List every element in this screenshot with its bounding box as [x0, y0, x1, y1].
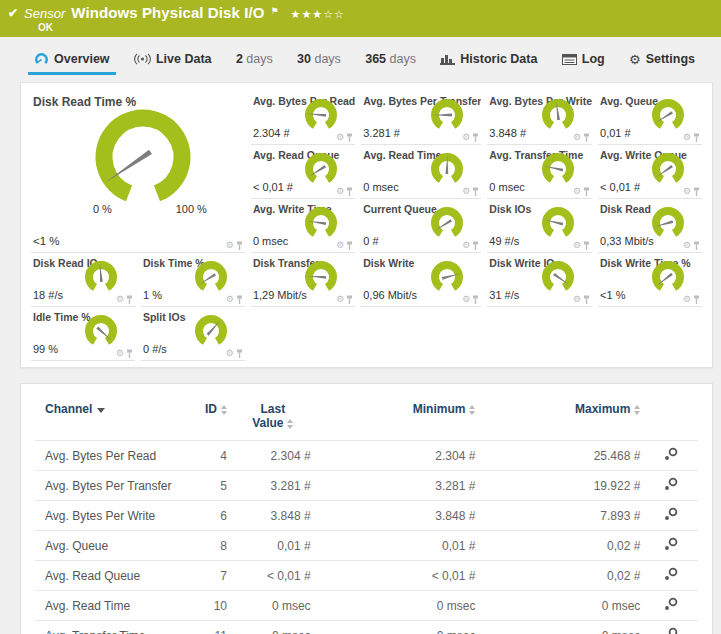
gauge-tile-disk-write-time-[interactable]: Disk Write Time %<1 %⚙: [598, 253, 702, 307]
cell-channel[interactable]: Avg. Bytes Per Read: [35, 441, 186, 471]
sensor-header: ✔ Sensor Windows Physical Disk I/O ⚑ ★★★…: [0, 0, 721, 37]
channel-settings-gear-icon[interactable]: ⚙: [573, 187, 581, 196]
tab-overview[interactable]: Overview: [28, 50, 116, 75]
gauge-tile-avg-read-time[interactable]: Avg. Read Time0 msec⚙: [361, 145, 481, 199]
cell-last-value: 3.848 #: [231, 501, 315, 531]
pin-icon[interactable]: [346, 295, 353, 304]
pin-icon[interactable]: [126, 349, 133, 358]
gauge-tile-avg-queue[interactable]: Avg. Queue0,01 #⚙: [598, 91, 702, 145]
edit-channel-settings-icon[interactable]: [664, 507, 678, 521]
channel-settings-gear-icon[interactable]: ⚙: [336, 295, 344, 304]
pin-icon[interactable]: [236, 241, 243, 250]
gauge-tile-disk-transfer[interactable]: Disk Transfer1,29 Mbit/s⚙: [251, 253, 355, 307]
pin-icon[interactable]: [472, 187, 479, 196]
gauge-tile-avg-bytes-per-read[interactable]: Avg. Bytes Per Read2.304 #⚙: [251, 91, 355, 145]
gauge-tile-disk-write[interactable]: Disk Write0,96 Mbit/s⚙: [361, 253, 481, 307]
channel-settings-gear-icon[interactable]: ⚙: [573, 295, 581, 304]
column-header-last-value[interactable]: LastValue: [231, 398, 315, 441]
pin-icon[interactable]: [693, 295, 700, 304]
tab-live-data[interactable]: Live Data: [128, 50, 218, 75]
pin-icon[interactable]: [583, 187, 590, 196]
pin-icon[interactable]: [693, 133, 700, 142]
tab-2-days[interactable]: 2 days: [230, 50, 279, 75]
column-header-minimum[interactable]: Minimum: [315, 398, 480, 441]
channel-settings-gear-icon[interactable]: ⚙: [683, 187, 691, 196]
edit-channel-settings-icon[interactable]: [664, 447, 678, 461]
edit-channel-settings-icon[interactable]: [664, 537, 678, 551]
channel-settings-gear-icon[interactable]: ⚙: [683, 133, 691, 142]
pin-icon[interactable]: [472, 295, 479, 304]
channel-settings-gear-icon[interactable]: ⚙: [226, 349, 234, 358]
gauge-tile-disk-read-ios[interactable]: Disk Read IOs18 #/s⚙: [31, 253, 135, 307]
channel-settings-gear-icon[interactable]: ⚙: [462, 133, 470, 142]
pin-icon[interactable]: [583, 133, 590, 142]
gauge-dial: [646, 259, 690, 299]
channel-settings-gear-icon[interactable]: ⚙: [573, 241, 581, 250]
tab-historic-data[interactable]: Historic Data: [434, 50, 543, 75]
cell-channel[interactable]: Avg. Queue: [35, 531, 186, 561]
pin-icon[interactable]: [236, 349, 243, 358]
channel-settings-gear-icon[interactable]: ⚙: [116, 295, 124, 304]
gauge-value: 0 #: [363, 235, 378, 247]
channel-settings-gear-icon[interactable]: ⚙: [573, 133, 581, 142]
gauge-tile-avg-read-queue[interactable]: Avg. Read Queue< 0,01 #⚙: [251, 145, 355, 199]
channel-settings-gear-icon[interactable]: ⚙: [683, 241, 691, 250]
channel-settings-gear-icon[interactable]: ⚙: [462, 241, 470, 250]
gauge-tile-disk-ios[interactable]: Disk IOs49 #/s⚙: [487, 199, 592, 253]
channel-settings-gear-icon[interactable]: ⚙: [226, 241, 234, 250]
pin-icon[interactable]: [126, 295, 133, 304]
cell-minimum: 0 msec: [315, 621, 480, 634]
pin-icon[interactable]: [693, 187, 700, 196]
edit-channel-settings-icon[interactable]: [664, 597, 678, 611]
pin-icon[interactable]: [472, 241, 479, 250]
tab-log[interactable]: Log: [556, 50, 611, 75]
cell-channel[interactable]: Avg. Bytes Per Write: [35, 501, 186, 531]
channel-settings-gear-icon[interactable]: ⚙: [336, 187, 344, 196]
tab-365-days[interactable]: 365 days: [359, 50, 422, 75]
pin-icon[interactable]: [693, 241, 700, 250]
channel-settings-gear-icon[interactable]: ⚙: [683, 295, 691, 304]
pin-icon[interactable]: [583, 295, 590, 304]
pin-icon[interactable]: [472, 133, 479, 142]
gauge-tile-current-queue[interactable]: Current Queue0 #⚙: [361, 199, 481, 253]
gauge-tile-disk-write-ios[interactable]: Disk Write IOs31 #/s⚙: [487, 253, 592, 307]
pin-icon[interactable]: [346, 241, 353, 250]
channel-settings-gear-icon[interactable]: ⚙: [462, 295, 470, 304]
tab-settings[interactable]: ⚙Settings: [623, 50, 701, 75]
pin-icon[interactable]: [346, 133, 353, 142]
pin-icon[interactable]: [583, 241, 590, 250]
gauge-tile-avg-bytes-per-transfer[interactable]: Avg. Bytes Per Transfer3.281 #⚙: [361, 91, 481, 145]
edit-channel-settings-icon[interactable]: [664, 477, 678, 491]
channel-settings-gear-icon[interactable]: ⚙: [462, 187, 470, 196]
pin-icon[interactable]: [236, 295, 243, 304]
priority-star-rating[interactable]: ★★★☆☆: [291, 8, 345, 21]
pin-icon[interactable]: [346, 187, 353, 196]
gauge-dial: [299, 151, 343, 191]
cell-channel[interactable]: Avg. Read Queue: [35, 561, 186, 591]
column-header-maximum[interactable]: Maximum: [479, 398, 644, 441]
gauge-tile-avg-transfer-time[interactable]: Avg. Transfer Time0 msec⚙: [487, 145, 592, 199]
gauge-value: < 0,01 #: [600, 181, 640, 193]
cell-channel[interactable]: Avg. Read Time: [35, 591, 186, 621]
cell-channel[interactable]: Avg. Bytes Per Transfer: [35, 471, 186, 501]
gauge-tile-idle-time-[interactable]: Idle Time %99 %⚙: [31, 307, 135, 361]
gauge-tile-disk-time-[interactable]: Disk Time %1 %⚙: [141, 253, 245, 307]
channel-settings-gear-icon[interactable]: ⚙: [116, 349, 124, 358]
cell-maximum: 0 msec: [479, 621, 644, 634]
channel-settings-gear-icon[interactable]: ⚙: [336, 133, 344, 142]
column-header-id[interactable]: ID: [186, 398, 231, 441]
channel-settings-gear-icon[interactable]: ⚙: [226, 295, 234, 304]
tab-30-days[interactable]: 30 days: [291, 50, 347, 75]
column-header-channel[interactable]: Channel: [35, 398, 186, 441]
gauge-tile-avg-write-time[interactable]: Avg. Write Time0 msec⚙: [251, 199, 355, 253]
gauge-tile-split-ios[interactable]: Split IOs0 #/s⚙: [141, 307, 245, 361]
table-row: Avg. Read Time100 msec0 msec0 msec: [35, 591, 698, 621]
edit-channel-settings-icon[interactable]: [664, 627, 678, 634]
gauge-tile-disk-read[interactable]: Disk Read0,33 Mbit/s⚙: [598, 199, 702, 253]
channel-settings-gear-icon[interactable]: ⚙: [336, 241, 344, 250]
gauge-tile-avg-write-queue[interactable]: Avg. Write Queue< 0,01 #⚙: [598, 145, 702, 199]
cell-channel[interactable]: Avg. Transfer Time: [35, 621, 186, 634]
gauge-tile-disk-read-time[interactable]: Disk Read Time % 0 % 100 % <1 % ⚙: [31, 91, 245, 253]
gauge-tile-avg-bytes-per-write[interactable]: Avg. Bytes Per Write3.848 #⚙: [487, 91, 592, 145]
edit-channel-settings-icon[interactable]: [664, 567, 678, 581]
